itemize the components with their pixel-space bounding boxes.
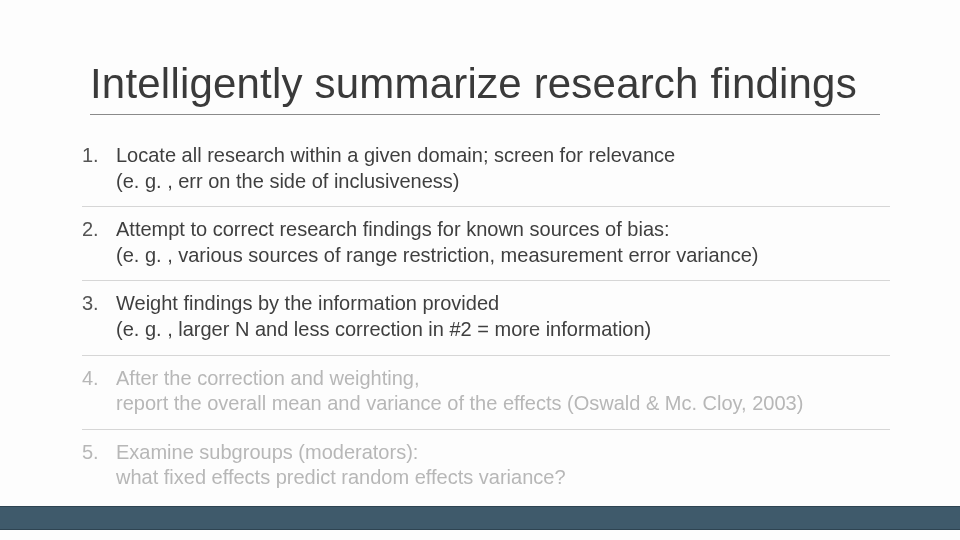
item-line2: (e. g. , various sources of range restri… [116, 243, 758, 269]
numbered-list: 1. Locate all research within a given do… [82, 133, 890, 503]
list-item: 1. Locate all research within a given do… [82, 133, 890, 207]
item-body: Examine subgroups (moderators): what fix… [116, 440, 566, 491]
list-item: 3. Weight findings by the information pr… [82, 281, 890, 355]
item-line1: Locate all research within a given domai… [116, 144, 675, 166]
list-item: 4. After the correction and weighting, r… [82, 356, 890, 430]
item-line1: Attempt to correct research findings for… [116, 218, 670, 240]
item-line2: (e. g. , err on the side of inclusivenes… [116, 169, 675, 195]
item-number: 2. [82, 217, 116, 241]
item-line1: Weight findings by the information provi… [116, 292, 499, 314]
item-line1: Examine subgroups (moderators): [116, 441, 418, 463]
item-line2: report the overall mean and variance of … [116, 391, 803, 417]
list-item: 5. Examine subgroups (moderators): what … [82, 430, 890, 503]
list-item: 2. Attempt to correct research findings … [82, 207, 890, 281]
footer-bar [0, 506, 960, 530]
slide: Intelligently summarize research finding… [0, 0, 960, 540]
item-line2: what fixed effects predict random effect… [116, 465, 566, 491]
item-number: 1. [82, 143, 116, 167]
item-number: 3. [82, 291, 116, 315]
slide-title: Intelligently summarize research finding… [90, 60, 880, 115]
item-body: Weight findings by the information provi… [116, 291, 651, 342]
item-number: 5. [82, 440, 116, 464]
item-line2: (e. g. , larger N and less correction in… [116, 317, 651, 343]
item-line1: After the correction and weighting, [116, 367, 420, 389]
item-number: 4. [82, 366, 116, 390]
item-body: Locate all research within a given domai… [116, 143, 675, 194]
item-body: Attempt to correct research findings for… [116, 217, 758, 268]
item-body: After the correction and weighting, repo… [116, 366, 803, 417]
